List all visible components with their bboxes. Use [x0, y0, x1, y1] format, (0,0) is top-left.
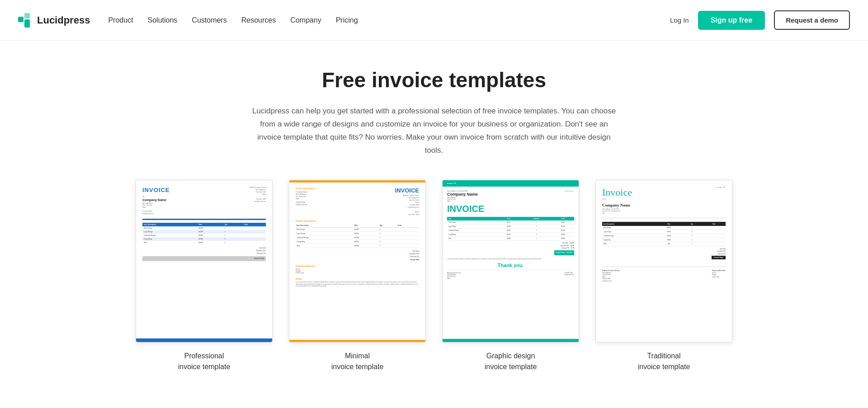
template-preview-graphic: Invoice To: Street Address 123.456.7890 … [442, 180, 579, 342]
demo-button[interactable]: Request a demo [774, 10, 850, 30]
svg-rect-0 [18, 17, 24, 22]
login-link[interactable]: Log In [670, 16, 689, 24]
template-card-professional[interactable]: INVOICE To: Company Name Street AddressC… [136, 180, 273, 372]
nav-solutions[interactable]: Solutions [148, 16, 178, 24]
page-title: Free invoice templates [136, 68, 732, 92]
signup-button[interactable]: Sign up free [698, 11, 765, 30]
template-card-graphic[interactable]: Invoice To: Street Address 123.456.7890 … [442, 180, 579, 372]
template-label-minimal: Minimalinvoice template [331, 351, 384, 372]
logo-link[interactable]: Lucidpress [18, 13, 90, 28]
template-label-traditional: Traditionalinvoice template [638, 351, 690, 372]
hero-description: Lucidpress can help you get started with… [249, 105, 619, 157]
svg-rect-2 [24, 19, 30, 28]
templates-grid: INVOICE To: Company Name Street AddressC… [136, 180, 732, 372]
site-header: Lucidpress Product Solutions Customers R… [0, 0, 868, 41]
nav-customers[interactable]: Customers [192, 16, 226, 24]
nav-resources[interactable]: Resources [241, 16, 276, 24]
hero-section: Free invoice templates Lucidpress can he… [136, 68, 732, 157]
nav-product[interactable]: Product [108, 16, 133, 24]
template-preview-traditional: Invoice #0126 June 10th, 2018 Company Na… [595, 180, 732, 342]
header-actions: Log In Sign up free Request a demo [670, 10, 850, 30]
template-card-minimal[interactable]: Client Information Company Name Street A… [289, 180, 426, 372]
template-label-graphic: Graphic designinvoice template [485, 351, 537, 372]
template-preview-professional: INVOICE To: Company Name Street AddressC… [136, 180, 273, 342]
main-content: Free invoice templates Lucidpress can he… [118, 41, 750, 408]
nav-pricing[interactable]: Pricing [336, 16, 358, 24]
nav-company[interactable]: Company [290, 16, 321, 24]
template-card-traditional[interactable]: Invoice #0126 June 10th, 2018 Company Na… [595, 180, 732, 372]
main-nav: Product Solutions Customers Resources Co… [108, 16, 670, 24]
logo-text: Lucidpress [37, 14, 90, 26]
svg-rect-1 [24, 13, 30, 19]
template-preview-minimal: Client Information Company Name Street A… [289, 180, 426, 342]
logo-icon [18, 13, 33, 28]
template-label-professional: Professionalinvoice template [178, 351, 231, 372]
